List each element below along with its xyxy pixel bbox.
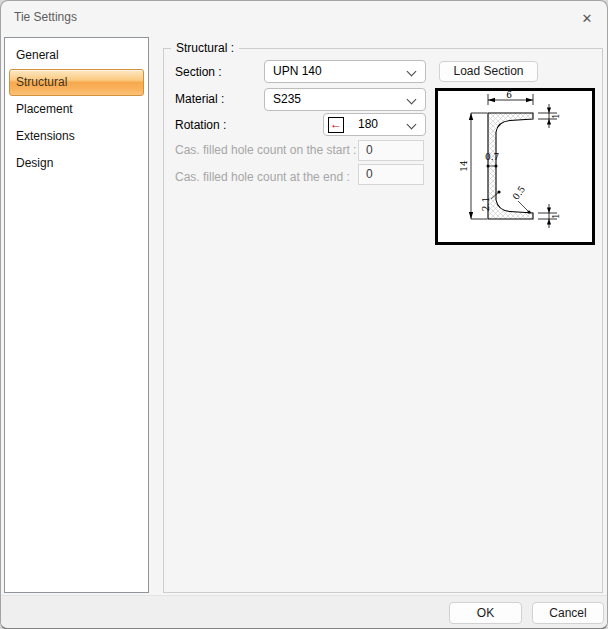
rotation-label: Rotation :: [175, 118, 226, 132]
sidebar-item-design[interactable]: Design: [5, 150, 148, 177]
dim-tip-top: 1: [551, 113, 561, 119]
material-value: S235: [273, 89, 301, 110]
upn-section-drawing: 6 14 0.7 2.1 0.5: [438, 91, 592, 242]
dim-radius: 0.5: [511, 184, 528, 202]
holes-end-field: 0: [358, 164, 424, 185]
section-preview: 6 14 0.7 2.1 0.5: [435, 88, 595, 245]
dim-root-thickness: 2.1: [481, 197, 491, 211]
section-label: Section :: [175, 65, 222, 79]
cancel-button[interactable]: Cancel: [532, 602, 604, 624]
window-title: Tie Settings: [14, 10, 77, 24]
holes-start-field: 0: [358, 140, 424, 161]
dim-web-thickness: 0.7: [485, 152, 500, 162]
close-icon[interactable]: ✕: [575, 7, 599, 31]
load-section-button[interactable]: Load Section: [439, 61, 538, 82]
rotation-value: 180: [358, 114, 378, 135]
material-label: Material :: [175, 92, 224, 106]
sidebar-item-placement[interactable]: Placement: [5, 96, 148, 123]
sidebar-item-general[interactable]: General: [5, 42, 148, 69]
dim-height: 14: [459, 160, 469, 172]
material-combobox[interactable]: S235: [264, 88, 426, 111]
chevron-down-icon[interactable]: [407, 67, 417, 77]
holes-end-label: Cas. filled hole count at the end :: [175, 170, 350, 184]
tie-settings-dialog: Tie Settings ✕ General Structural Placem…: [0, 0, 608, 629]
chevron-down-icon[interactable]: [407, 120, 417, 130]
dim-flange-width: 6: [506, 91, 512, 100]
sidebar-item-extensions[interactable]: Extensions: [5, 123, 148, 150]
settings-sidebar: General Structural Placement Extensions …: [4, 37, 149, 593]
ok-button[interactable]: OK: [449, 602, 522, 624]
structural-group-title: Structural :: [171, 41, 239, 55]
section-combobox[interactable]: UPN 140: [264, 60, 426, 83]
rotation-combobox[interactable]: ← 180: [323, 113, 426, 136]
rotation-arrow-icon: ←: [328, 117, 344, 133]
chevron-down-icon[interactable]: [407, 95, 417, 105]
sidebar-item-structural[interactable]: Structural: [9, 69, 144, 96]
section-value: UPN 140: [273, 61, 322, 82]
dim-tip-bottom: 1: [551, 213, 561, 219]
holes-start-label: Cas. filled hole count on the start :: [175, 143, 356, 157]
